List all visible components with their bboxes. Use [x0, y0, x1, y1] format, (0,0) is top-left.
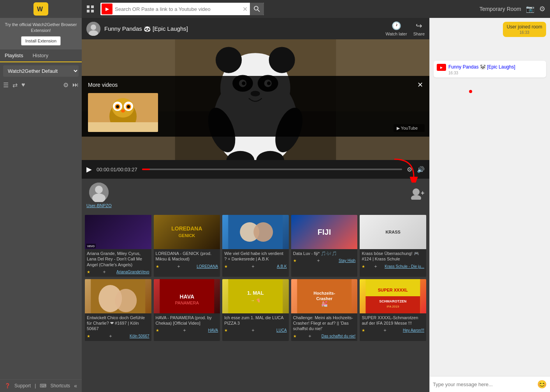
video-actions: 🕐 Watch later ↪ Share: [385, 21, 425, 36]
video-thumb-wieviel: [222, 215, 289, 249]
svg-text:PANAMERA: PANAMERA: [175, 301, 199, 305]
shortcuts-link[interactable]: Shortcuts: [50, 383, 70, 388]
channel-hochzeit[interactable]: Das schaffst du nie!: [322, 334, 356, 338]
add-icon[interactable]: ＋: [182, 327, 187, 334]
support-link[interactable]: Support: [14, 383, 31, 388]
collapse-sidebar-button[interactable]: «: [74, 383, 77, 389]
search-clear-icon[interactable]: ✕: [240, 5, 250, 13]
channel-wieviel[interactable]: A.B.K: [277, 264, 287, 269]
svg-point-39: [121, 109, 125, 113]
svg-text:→ 🍕: → 🍕: [251, 298, 261, 303]
video-grid: vevo Ariana Grande, Miley Cyrus, Lana De…: [82, 212, 429, 392]
channel-luca[interactable]: LUCA: [276, 328, 287, 332]
support-bar: ❓ Support | ⌨ Shortcuts «: [0, 379, 82, 392]
channel-panamera[interactable]: HAVA: [208, 328, 218, 332]
video-column: Funny Pandas 🐼 [Epic Laughs] 🕐 Watch lat…: [82, 18, 429, 392]
username[interactable]: User-BNPZO: [86, 203, 112, 208]
add-icon[interactable]: ＋: [108, 333, 113, 339]
progress-bar[interactable]: [142, 169, 402, 170]
video-thumb-luca: 1. MAL → 🍕: [222, 279, 289, 313]
svg-text:Hochzeits-: Hochzeits-: [313, 291, 335, 295]
shuffle-icon[interactable]: ⇄: [12, 81, 18, 89]
tab-playlists[interactable]: Playlists: [0, 49, 28, 62]
video-card-super[interactable]: SUPER XXXXL SCHMAROTZEN IFA 2019 SUPER X…: [360, 279, 426, 341]
channel-loredana[interactable]: LOREDANA: [197, 264, 218, 269]
video-card-krass[interactable]: KRASS Krass böse Überraschung! 🎮 #124 | …: [360, 215, 426, 277]
svg-point-37: [116, 105, 119, 108]
channel-super[interactable]: Hey Aaron!!!: [403, 328, 424, 332]
controls-settings-button[interactable]: ⚙: [407, 166, 412, 173]
video-link[interactable]: Funny Pandas 🐼 [Epic Laughs]: [448, 64, 515, 70]
user-avatar: [89, 183, 109, 202]
settings-button[interactable]: ⚙: [539, 5, 545, 13]
close-more-videos-button[interactable]: ✕: [417, 81, 423, 89]
playlist-select[interactable]: Watch2Gether Default: [3, 65, 79, 77]
search-button[interactable]: [250, 3, 264, 15]
channel-krass[interactable]: Krass Schule - Die ju...: [385, 264, 424, 269]
install-extension-button[interactable]: Install Extension: [21, 36, 61, 46]
video-row-2: Entwickelt Chico doch Gefühle für Charli…: [85, 279, 426, 341]
volume-button[interactable]: 🔊: [417, 166, 425, 173]
video-card-hochzeit[interactable]: Hochzeits- Crasher 💒 Challenge: Meini al…: [291, 279, 358, 341]
chat-input[interactable]: [433, 381, 534, 387]
add-user-button[interactable]: +: [411, 188, 425, 202]
star-icon: ★: [156, 328, 159, 332]
channel-chico[interactable]: Köln 50667: [130, 334, 149, 338]
video-title-krass: Krass böse Überraschung! 🎮 #124 | Krass …: [362, 251, 424, 262]
svg-rect-4: [87, 10, 90, 12]
video-card-panamera[interactable]: HAVA PANAMERA HAVA - PANAMERA (prod. by …: [154, 279, 220, 341]
video-message: Funny Pandas 🐼 [Epic Laughs] 16:33: [434, 61, 546, 77]
tab-history[interactable]: History: [28, 49, 53, 62]
emoji-button[interactable]: 😊: [537, 380, 547, 389]
sidebar: Try the official Watch2Gether Browser Ex…: [0, 18, 82, 392]
logo[interactable]: W: [33, 2, 48, 16]
video-thumb-chico: [85, 279, 151, 313]
video-card-ariana[interactable]: vevo Ariana Grande, Miley Cyrus, Lana De…: [85, 215, 151, 277]
add-icon[interactable]: ＋: [251, 327, 255, 334]
svg-point-9: [91, 25, 96, 30]
add-icon[interactable]: ＋: [176, 263, 181, 270]
share-button[interactable]: ↪ Share: [413, 21, 425, 36]
add-icon[interactable]: ＋: [316, 257, 321, 264]
star-icon: ★: [362, 328, 365, 332]
svg-rect-5: [91, 10, 94, 12]
watch-later-button[interactable]: 🕐 Watch later: [385, 21, 407, 36]
list-icon[interactable]: ☰: [3, 81, 9, 89]
extension-promo: Try the official Watch2Gether Browser Ex…: [0, 18, 82, 49]
chat-messages: User joined room 16:33 Funny Pandas 🐼 [E…: [430, 18, 550, 376]
channel-dataluv[interactable]: Stay High: [339, 258, 355, 263]
video-card-loredana[interactable]: LOREDANAGENICK LOREDANA - GENICK (prod. …: [154, 215, 220, 277]
add-icon[interactable]: ＋: [308, 333, 312, 339]
video-title-panamera: HAVA - PANAMERA (prod. by Chekaa) [Offic…: [156, 315, 218, 326]
svg-point-52: [253, 222, 273, 242]
add-icon[interactable]: ＋: [102, 269, 107, 275]
video-card-wieviel[interactable]: Wie viel Geld habe ich verdient ? + Dank…: [222, 215, 289, 277]
more-videos-header: More videos ✕: [88, 81, 423, 89]
video-title-ariana: Ariana Grande, Miley Cyrus, Lana Del Rey…: [87, 251, 149, 267]
svg-rect-2: [87, 5, 90, 8]
heart-icon[interactable]: ♥: [21, 81, 25, 88]
svg-point-46: [413, 188, 420, 195]
svg-rect-59: [228, 279, 283, 313]
separator: |: [35, 383, 36, 388]
add-icon[interactable]: ＋: [251, 263, 255, 270]
channel-ariana[interactable]: ArianaGrandeVevo: [116, 270, 149, 274]
camera-button[interactable]: 📷: [526, 5, 534, 13]
gear-icon[interactable]: ⚙: [63, 81, 69, 89]
add-icon[interactable]: ＋: [373, 263, 378, 270]
svg-text:💒: 💒: [321, 301, 328, 307]
video-card-chico[interactable]: Entwickelt Chico doch Gefühle für Charli…: [85, 279, 151, 341]
play-button[interactable]: ▶: [86, 165, 92, 174]
search-input[interactable]: [112, 6, 240, 12]
grid-icon-button[interactable]: [83, 2, 97, 16]
more-video-thumbnail[interactable]: [88, 93, 158, 132]
svg-point-38: [127, 105, 130, 108]
join-time: 16:33: [507, 30, 542, 35]
svg-text:1. MAL: 1. MAL: [247, 290, 264, 296]
video-card-luca[interactable]: 1. MAL → 🍕 Ich esse zum 1. MAL die LUCA …: [222, 279, 289, 341]
skip-icon[interactable]: ⏭: [72, 81, 79, 88]
video-card-dataluv[interactable]: FIJI Data Luv - fiji* 🎵🎶🎵 ★ ＋ Stay High: [291, 215, 358, 277]
svg-point-44: [95, 186, 103, 193]
add-icon[interactable]: ＋: [383, 327, 387, 334]
star-icon: ★: [224, 328, 228, 332]
